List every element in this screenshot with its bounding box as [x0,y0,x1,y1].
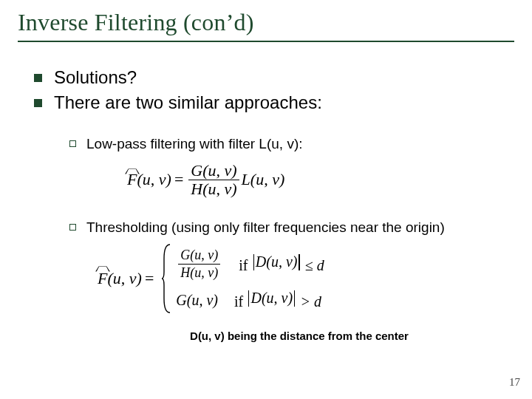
left-brace-icon [161,244,171,313]
square-bullet-icon [34,74,42,82]
equation-lowpass: F(u, v)= G(u, v) H(u, v) L(u, v) [127,162,514,198]
bullet-solutions: Solutions? [18,67,514,88]
case-row-2: G(u, v) if D(u, v) > d [176,290,324,310]
square-bullet-icon [34,99,42,107]
hollow-square-icon [69,140,76,147]
equation-piecewise: F(u, v)= G(u, v) H(u, v) if D(u, v) ≤ d … [98,244,514,313]
slide-title: Inverse Filtering (con’d) [18,9,514,42]
subbullet-threshold: Thresholding (using only filter frequenc… [18,219,514,236]
subbullet-lowpass: Low-pass filtering with filter L(u, v): [18,135,514,153]
case-row-1: G(u, v) H(u, v) if D(u, v) ≤ d [176,247,324,282]
hat-icon: F [127,171,137,188]
bullet-approaches-text: There are two similar approaches: [54,92,322,113]
hollow-square-icon [69,224,76,231]
bullet-solutions-text: Solutions? [54,67,137,88]
page-number: 17 [509,376,520,389]
subbullet-threshold-text: Thresholding (using only filter frequenc… [86,219,445,236]
subbullet-lowpass-text: Low-pass filtering with filter L(u, v): [86,135,303,153]
bullet-approaches: There are two similar approaches: [18,92,514,113]
distance-caption: D(u, v) being the distance from the cent… [84,330,514,342]
hat-icon: F [98,269,107,288]
